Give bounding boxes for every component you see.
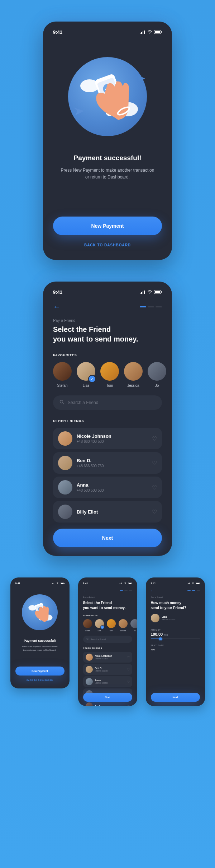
- sent-date-value: Now: [151, 649, 155, 651]
- title-line-1: Select the Friend: [53, 325, 111, 333]
- heart-icon[interactable]: ♡: [152, 484, 157, 491]
- battery-icon: [154, 289, 162, 295]
- sent-date-label: SENT DATE: [151, 644, 200, 646]
- back-to-dashboard-link[interactable]: BACK TO DASHBOARD: [15, 679, 64, 681]
- search-placeholder: Search a Friend: [68, 400, 98, 405]
- avatar: [58, 480, 72, 495]
- avatar: [58, 456, 72, 470]
- favourites-list: Stefan Lisa Tom Jessica Jo: [43, 362, 172, 387]
- friend-row[interactable]: Nicole Johnson+48 660 400 500 ♡: [53, 428, 162, 449]
- heart-icon[interactable]: ♡: [152, 435, 157, 442]
- step-1: [140, 306, 146, 307]
- new-payment-button[interactable]: New Payment: [15, 667, 64, 676]
- friend-row[interactable]: Nicole Johnson+48 660 400 500♡: [83, 652, 132, 663]
- svg-line-23: [63, 403, 64, 404]
- heart-icon[interactable]: ♡: [127, 668, 130, 671]
- svg-rect-40: [121, 583, 122, 585]
- phone-screen-success: 9:41: [43, 22, 172, 260]
- step-2: [148, 306, 154, 307]
- friend-row[interactable]: Ben D.+48 666 500 760 ♡: [53, 452, 162, 474]
- svg-rect-49: [189, 583, 190, 585]
- favourites-label: FAVOURITES: [83, 614, 132, 617]
- friend-row[interactable]: Anna+48 500 500 500♡: [83, 676, 132, 687]
- svg-rect-15: [140, 293, 140, 294]
- svg-line-45: [88, 640, 89, 640]
- step-3: [156, 306, 162, 307]
- heart-icon[interactable]: ♡: [152, 460, 157, 467]
- friend-row[interactable]: Ben D.+48 666 500 760♡: [83, 664, 132, 675]
- friend-name: Nicole Johnson: [77, 433, 148, 439]
- title-line-2: you want to send money.: [53, 335, 138, 343]
- heart-icon[interactable]: ♡: [127, 656, 130, 659]
- screen-title: Select the Friend you want to send money…: [53, 325, 162, 344]
- slider-thumb-icon[interactable]: [159, 637, 162, 640]
- back-arrow-icon[interactable]: ←: [151, 589, 154, 593]
- favourite-item[interactable]: Lisa: [95, 619, 104, 632]
- amount-slider[interactable]: [151, 639, 200, 639]
- avatar: [53, 362, 72, 381]
- svg-rect-24: [52, 584, 52, 585]
- heart-icon[interactable]: ♡: [152, 509, 157, 515]
- heart-icon[interactable]: ♡: [127, 705, 130, 706]
- screen-title: Select the Friendyou want to send money.: [83, 600, 132, 610]
- illustration-svg: [64, 54, 150, 140]
- next-button[interactable]: Next: [53, 529, 162, 547]
- battery-icon: [196, 582, 200, 585]
- breadcrumb: Pay a Friend: [53, 318, 162, 322]
- favourite-name: Jo: [148, 384, 166, 387]
- favourite-item[interactable]: Stefan: [83, 619, 92, 632]
- svg-rect-18: [144, 291, 145, 294]
- svg-rect-16: [141, 292, 142, 294]
- status-bar: 9:41: [43, 27, 172, 39]
- favourite-item[interactable]: Lisa: [77, 362, 95, 387]
- status-bar: 9:41: [43, 287, 172, 299]
- friend-name: Lisa: [162, 616, 176, 618]
- search-icon: [59, 400, 64, 405]
- friend-row[interactable]: Billy Eliot ♡: [53, 501, 162, 523]
- favourite-item[interactable]: Jessica: [119, 619, 128, 632]
- search-input[interactable]: Search a Friend: [53, 395, 162, 410]
- chevron-down-icon: ⌄: [198, 648, 200, 651]
- svg-rect-25: [52, 584, 53, 585]
- favourite-name: Tom: [100, 384, 119, 387]
- favourite-item[interactable]: Jo: [148, 362, 166, 387]
- signal-icon: [187, 582, 190, 585]
- friend-row[interactable]: Anna+48 500 500 500 ♡: [53, 477, 162, 498]
- friend-phone: +48 500 500 500: [162, 618, 176, 621]
- avatar: [58, 505, 72, 519]
- next-button[interactable]: Next: [83, 693, 132, 702]
- amount-value: 100,00PLN: [151, 632, 200, 636]
- success-illustration: [61, 50, 154, 143]
- signal-icon: [140, 29, 145, 35]
- status-icons: [140, 29, 162, 35]
- amount-label: AMOUNT: [151, 629, 200, 631]
- status-time: 9:41: [151, 582, 156, 585]
- heart-icon[interactable]: ♡: [127, 680, 130, 683]
- svg-rect-38: [120, 584, 120, 585]
- favourite-item[interactable]: Jo: [130, 619, 137, 632]
- favourite-item[interactable]: Stefan: [53, 362, 72, 387]
- new-payment-button[interactable]: New Payment: [53, 217, 162, 235]
- signal-icon: [52, 582, 54, 585]
- sent-date-row[interactable]: Now ⌄: [151, 648, 200, 651]
- currency: PLN: [164, 634, 168, 636]
- next-button[interactable]: Next: [151, 693, 200, 702]
- back-arrow-icon[interactable]: ←: [53, 303, 60, 311]
- back-arrow-icon[interactable]: ←: [83, 589, 87, 593]
- favourite-item[interactable]: Tom: [100, 362, 119, 387]
- battery-icon: [128, 582, 132, 585]
- favourite-item[interactable]: Tom: [107, 619, 116, 632]
- favourite-item[interactable]: Jessica: [124, 362, 143, 387]
- svg-rect-26: [53, 583, 53, 585]
- wifi-icon: [56, 582, 59, 585]
- signal-icon: [140, 289, 145, 295]
- success-title: Payment successful!: [15, 639, 64, 642]
- other-friends-label: OTHER FRIENDS: [53, 419, 162, 423]
- search-input[interactable]: Search a Friend: [83, 636, 132, 643]
- thumbnails-row: 9:41 Payment successful! Press: [0, 577, 215, 706]
- step-indicator: [140, 306, 162, 307]
- back-to-dashboard-link[interactable]: BACK TO DASHBOARD: [53, 243, 162, 247]
- friend-phone: +48 500 500 500: [77, 488, 148, 492]
- friend-name: Ben D.: [77, 458, 148, 463]
- svg-rect-39: [121, 583, 121, 585]
